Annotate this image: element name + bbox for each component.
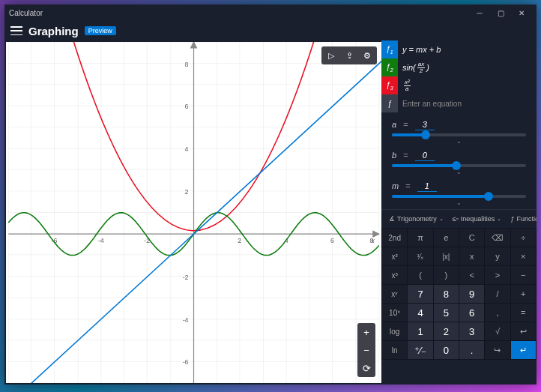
key-0[interactable]: 0 <box>434 341 459 359</box>
key-x[interactable]: x <box>459 247 484 265</box>
key-log[interactable]: log <box>382 322 407 340</box>
key-3[interactable]: 3 <box>459 322 484 340</box>
variable-slider[interactable] <box>392 133 526 136</box>
svg-text:-2: -2 <box>183 274 189 281</box>
equation-swatch[interactable]: ƒ3 <box>381 76 398 94</box>
key-e[interactable]: e <box>434 229 459 247</box>
key-|x|[interactable]: |x| <box>434 247 459 265</box>
equation-expression[interactable]: y = mx + b <box>398 40 537 58</box>
hamburger-menu-icon[interactable] <box>10 26 22 35</box>
key-=[interactable]: = <box>511 304 536 322</box>
keypad: 2ndπeC⌫÷x²¹⁄ₓ|x|xy×x³()<>−xʸ789/+10ˣ456,… <box>381 228 537 360</box>
equation-row-2[interactable]: ƒ2 sin(ax2) <box>381 58 537 76</box>
svg-text:-4: -4 <box>183 316 189 324</box>
key-4[interactable]: 4 <box>408 304 432 322</box>
key-¹⁄ₓ[interactable]: ¹⁄ₓ <box>408 247 432 265</box>
variable-value[interactable]: 3 <box>415 120 435 130</box>
window-controls: ─ ▢ ✕ <box>469 4 532 21</box>
graph-canvas[interactable]: -6-4-2 2468 8642 -2-4-6 x ▷ ⇪ ⚙ + <box>6 42 381 383</box>
equation-row-new[interactable]: ƒ Enter an equation <box>381 94 537 112</box>
maximize-button[interactable]: ▢ <box>490 4 511 21</box>
key-x²[interactable]: x² <box>382 247 407 265</box>
key-10ˣ[interactable]: 10ˣ <box>382 304 407 322</box>
key-y[interactable]: y <box>485 247 510 265</box>
key-↩[interactable]: ↩ <box>511 322 536 340</box>
key-.[interactable]: . <box>459 341 484 359</box>
svg-text:2: 2 <box>185 188 189 196</box>
equation-expression[interactable]: x²a <box>398 76 537 94</box>
close-button[interactable]: ✕ <box>511 4 532 21</box>
keypad-categories: ∡ Trigonometry ⌄ ≤▫ Inequalities ⌄ ƒ Fun… <box>381 209 537 228</box>
variable-b: b = 0 ⌄ <box>392 151 526 175</box>
trace-icon[interactable]: ▷ <box>323 48 339 63</box>
svg-text:8: 8 <box>185 61 189 68</box>
key-⁺⁄₋[interactable]: ⁺⁄₋ <box>408 341 432 359</box>
equation-swatch[interactable]: ƒ2 <box>381 58 398 76</box>
key-/[interactable]: / <box>485 285 510 303</box>
chevron-down-icon[interactable]: ⌄ <box>392 199 526 206</box>
zoom-controls: + − ⟳ <box>357 323 375 377</box>
key-9[interactable]: 9 <box>459 285 484 303</box>
graph-svg: -6-4-2 2468 8642 -2-4-6 x <box>6 42 381 383</box>
key-ln[interactable]: ln <box>382 341 407 359</box>
key-,[interactable]: , <box>485 304 510 322</box>
variable-value[interactable]: 1 <box>417 181 437 192</box>
key-↪[interactable]: ↪ <box>485 341 510 359</box>
equation-expression[interactable]: sin(ax2) <box>398 58 537 76</box>
key-2[interactable]: 2 <box>434 322 459 340</box>
svg-text:4: 4 <box>185 145 189 153</box>
key-π[interactable]: π <box>408 229 432 247</box>
key->[interactable]: > <box>485 266 510 284</box>
variable-m: m = 1 ⌄ <box>392 181 526 206</box>
variable-slider[interactable] <box>392 195 526 198</box>
key-8[interactable]: 8 <box>434 285 459 303</box>
key-5[interactable]: 5 <box>434 304 459 322</box>
key-6[interactable]: 6 <box>459 304 484 322</box>
svg-text:-2: -2 <box>144 237 150 244</box>
variable-name: m <box>392 181 399 190</box>
key-√[interactable]: √ <box>485 322 510 340</box>
share-icon[interactable]: ⇪ <box>341 48 357 63</box>
key-↵[interactable]: ↵ <box>511 341 536 359</box>
zoom-out-button[interactable]: − <box>357 341 375 359</box>
graph-settings-icon[interactable]: ⚙ <box>359 48 375 63</box>
inequalities-dropdown[interactable]: ≤▫ Inequalities ⌄ <box>450 213 505 225</box>
mode-title: Graphing <box>28 25 79 37</box>
key-<[interactable]: < <box>459 266 484 284</box>
minimize-button[interactable]: ─ <box>469 4 490 21</box>
equation-swatch-empty: ƒ <box>381 94 398 112</box>
app-window: Calculator ─ ▢ ✕ Graphing Preview <box>4 4 537 385</box>
variable-slider[interactable] <box>392 164 526 167</box>
variable-value[interactable]: 0 <box>415 151 435 161</box>
key-−[interactable]: − <box>511 266 536 284</box>
chevron-down-icon[interactable]: ⌄ <box>392 169 526 175</box>
equation-swatch[interactable]: ƒ1 <box>381 40 398 58</box>
key-⌫[interactable]: ⌫ <box>485 229 510 247</box>
key-7[interactable]: 7 <box>408 285 432 303</box>
key-C[interactable]: C <box>459 229 484 247</box>
svg-marker-37 <box>191 42 197 48</box>
app-body: -6-4-2 2468 8642 -2-4-6 x ▷ ⇪ ⚙ + <box>4 40 537 385</box>
preview-badge: Preview <box>85 26 116 35</box>
key-÷[interactable]: ÷ <box>511 229 536 247</box>
graph-toolbar: ▷ ⇪ ⚙ <box>321 46 377 64</box>
key-)[interactable]: ) <box>434 266 459 284</box>
key-x³[interactable]: x³ <box>382 266 407 284</box>
key-×[interactable]: × <box>511 247 536 265</box>
svg-text:6: 6 <box>185 103 189 110</box>
function-dropdown[interactable]: ƒ Function ⌄ <box>507 213 537 225</box>
svg-text:2: 2 <box>238 237 241 244</box>
key-2nd[interactable]: 2nd <box>382 229 407 247</box>
key-([interactable]: ( <box>408 266 432 284</box>
equation-placeholder[interactable]: Enter an equation <box>398 94 537 112</box>
chevron-down-icon[interactable]: ⌄ <box>392 138 526 145</box>
equation-row-3[interactable]: ƒ3 x²a <box>381 76 537 94</box>
key-+[interactable]: + <box>511 285 536 303</box>
side-panel: ƒ1 y = mx + b ƒ2 sin(ax2) ƒ3 x²a ƒ Enter… <box>381 40 537 385</box>
key-xʸ[interactable]: xʸ <box>382 285 407 303</box>
equation-row-1[interactable]: ƒ1 y = mx + b <box>381 40 537 58</box>
key-1[interactable]: 1 <box>408 322 432 340</box>
zoom-reset-button[interactable]: ⟳ <box>357 359 375 377</box>
zoom-in-button[interactable]: + <box>357 323 375 341</box>
trig-dropdown[interactable]: ∡ Trigonometry ⌄ <box>386 213 447 225</box>
